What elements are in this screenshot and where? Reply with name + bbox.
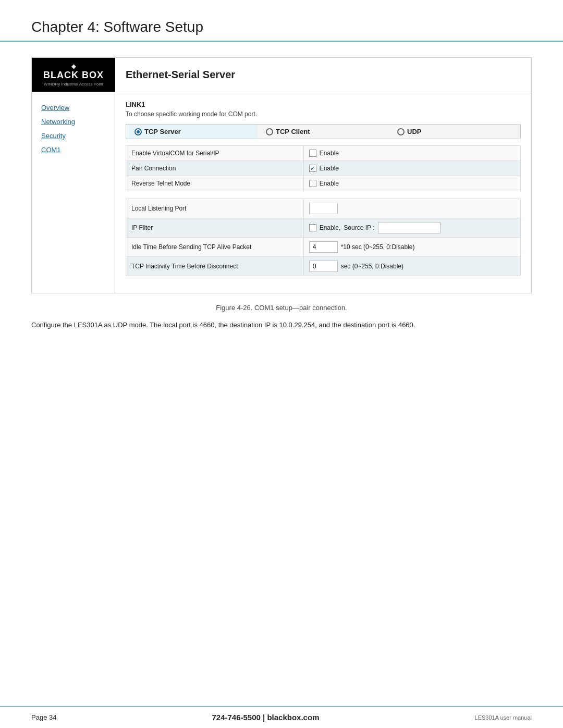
panel-body: Overview Networking Security COM1 LINK1 … bbox=[32, 92, 531, 293]
ip-filter-label: IP Filter bbox=[126, 218, 304, 238]
idle-time-note: *10 sec (0~255, 0:Disable) bbox=[341, 243, 415, 251]
panel-title-section: Ethernet-Serial Server bbox=[115, 58, 246, 92]
table-row-tcp-inactivity: TCP Inactivity Time Before Disconnect se… bbox=[126, 257, 521, 276]
idle-time-label: Idle Time Before Sending TCP Alive Packe… bbox=[126, 238, 304, 257]
local-port-label: Local Listening Port bbox=[126, 199, 304, 218]
local-port-control bbox=[303, 199, 520, 218]
ip-filter-checkbox[interactable] bbox=[309, 224, 316, 231]
footer-page-number: Page 34 bbox=[31, 713, 56, 721]
description-paragraph: Configure the LES301A as UDP mode. The l… bbox=[31, 320, 532, 330]
ip-filter-source-label: Source IP : bbox=[344, 224, 374, 231]
page-footer: Page 34 724-746-5500 | blackbox.com LES3… bbox=[0, 706, 563, 728]
table-row-local-port: Local Listening Port bbox=[126, 199, 521, 218]
radio-row: TCP Server TCP Client UDP bbox=[126, 124, 521, 139]
reverse-telnet-control: Enable bbox=[303, 176, 520, 191]
link-description: To choose specific working mode for COM … bbox=[126, 110, 521, 118]
figure-caption: Figure 4-26. COM1 setup—pair connection. bbox=[31, 304, 532, 312]
radio-udp-label: UDP bbox=[407, 128, 421, 135]
reverse-telnet-label: Reverse Telnet Mode bbox=[126, 176, 304, 191]
ui-panel: ◈ BLACK BOX WINDRy Industrial Access Poi… bbox=[31, 57, 532, 293]
logo-brand: BLACK BOX bbox=[43, 70, 104, 81]
virtualcom-enable-label: Enable bbox=[320, 150, 339, 157]
pair-connection-label: Pair Connection bbox=[126, 161, 304, 176]
logo-section: ◈ BLACK BOX WINDRy Industrial Access Poi… bbox=[32, 58, 115, 92]
ip-filter-enable-label: Enable, bbox=[320, 224, 341, 231]
radio-tcp-client[interactable]: TCP Client bbox=[258, 125, 389, 139]
sidebar-item-com1[interactable]: COM1 bbox=[32, 143, 115, 157]
panel-header: ◈ BLACK BOX WINDRy Industrial Access Poi… bbox=[32, 58, 531, 92]
local-port-input[interactable] bbox=[309, 203, 338, 214]
tcp-inactivity-note: sec (0~255, 0:Disable) bbox=[341, 263, 403, 270]
spacer-row bbox=[126, 191, 521, 199]
logo-diamond: ◈ bbox=[71, 63, 76, 70]
pair-connection-checkbox[interactable] bbox=[309, 165, 316, 172]
content-area: ◈ BLACK BOX WINDRy Industrial Access Poi… bbox=[0, 57, 563, 330]
virtualcom-label: Enable VirtualCOM for Serial/IP bbox=[126, 146, 304, 161]
radio-tcp-client-label: TCP Client bbox=[276, 128, 310, 135]
sidebar-item-security[interactable]: Security bbox=[32, 129, 115, 143]
link-id: LINK1 bbox=[126, 101, 521, 108]
sidebar-item-overview[interactable]: Overview bbox=[32, 101, 115, 115]
table-row-idle-time: Idle Time Before Sending TCP Alive Packe… bbox=[126, 238, 521, 257]
chapter-title: Chapter 4: Software Setup bbox=[31, 19, 532, 35]
idle-time-control: *10 sec (0~255, 0:Disable) bbox=[303, 238, 520, 257]
radio-tcp-server[interactable]: TCP Server bbox=[126, 125, 258, 139]
tcp-inactivity-input[interactable] bbox=[309, 261, 338, 272]
table-row-reverse-telnet: Reverse Telnet Mode Enable bbox=[126, 176, 521, 191]
ip-filter-control: Enable, Source IP : bbox=[303, 218, 520, 238]
virtualcom-control: Enable bbox=[303, 146, 520, 161]
main-form: LINK1 To choose specific working mode fo… bbox=[115, 92, 531, 293]
radio-tcp-server-circle bbox=[134, 128, 142, 135]
radio-udp-circle bbox=[397, 128, 405, 135]
page-header: Chapter 4: Software Setup bbox=[0, 0, 563, 42]
table-row-pair-connection: Pair Connection Enable bbox=[126, 161, 521, 176]
virtualcom-checkbox[interactable] bbox=[309, 150, 316, 157]
table-row-virtualcom: Enable VirtualCOM for Serial/IP Enable bbox=[126, 146, 521, 161]
pair-connection-enable-label: Enable bbox=[320, 165, 339, 172]
settings-table: Enable VirtualCOM for Serial/IP Enable P… bbox=[126, 145, 521, 276]
sidebar-item-networking[interactable]: Networking bbox=[32, 115, 115, 129]
reverse-telnet-enable-label: Enable bbox=[320, 180, 339, 187]
tcp-inactivity-label: TCP Inactivity Time Before Disconnect bbox=[126, 257, 304, 276]
tcp-inactivity-control: sec (0~255, 0:Disable) bbox=[303, 257, 520, 276]
pair-connection-control: Enable bbox=[303, 161, 520, 176]
diamond-icon: ◈ bbox=[71, 63, 76, 70]
sidebar-nav: Overview Networking Security COM1 bbox=[32, 92, 115, 293]
logo-subtitle: WINDRy Industrial Access Point bbox=[44, 82, 103, 87]
radio-tcp-client-circle bbox=[266, 128, 273, 135]
footer-phone: 724-746-5500 | blackbox.com bbox=[212, 713, 319, 722]
reverse-telnet-checkbox[interactable] bbox=[309, 180, 316, 187]
footer-manual: LES301A user manual bbox=[475, 714, 532, 721]
radio-tcp-server-label: TCP Server bbox=[144, 128, 181, 135]
table-row-ip-filter: IP Filter Enable, Source IP : bbox=[126, 218, 521, 238]
idle-time-input[interactable] bbox=[309, 241, 338, 253]
radio-udp[interactable]: UDP bbox=[389, 125, 520, 139]
panel-title: Ethernet-Serial Server bbox=[126, 69, 235, 81]
ip-filter-source-input[interactable] bbox=[378, 222, 440, 233]
